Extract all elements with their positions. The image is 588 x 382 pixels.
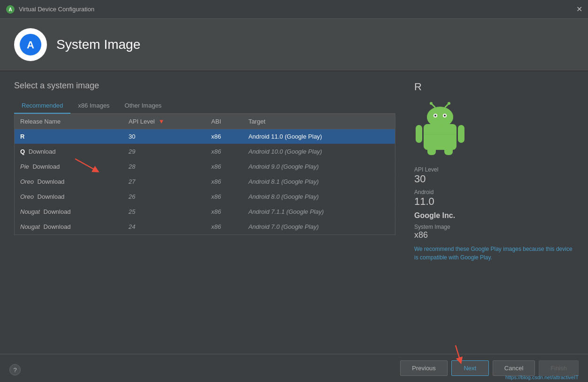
tab-x86images[interactable]: x86 Images xyxy=(70,98,117,114)
target-cell: Android 10.0 (Google Play) xyxy=(243,144,395,159)
abi-cell: x86 xyxy=(206,219,243,234)
system-image-label: System Image xyxy=(414,224,574,230)
table-header-row: Release Name API Level ▼ ABI Target xyxy=(15,114,395,129)
footer: Previous Next Cancel Finish https://blog… xyxy=(0,354,588,382)
release-name-cell: Q Download xyxy=(15,144,123,159)
svg-rect-4 xyxy=(424,124,456,150)
target-cell: Android 8.1 (Google Play) xyxy=(243,174,395,189)
abi-cell: x86 xyxy=(206,144,243,159)
download-link-oreo2[interactable]: Download xyxy=(38,193,65,200)
recommendation-text: We recommend these Google Play images be… xyxy=(414,245,574,262)
svg-rect-16 xyxy=(427,147,436,155)
col-target: Target xyxy=(243,114,395,129)
release-name-cell: Oreo Download xyxy=(15,189,123,204)
svg-point-5 xyxy=(427,107,453,127)
abi-cell: x86 xyxy=(206,159,243,174)
target-cell: Android 9.0 (Google Play) xyxy=(243,159,395,174)
target-cell: Android 7.1.1 (Google Play) xyxy=(243,204,395,219)
table-row[interactable]: Nougat Download 25 x86 Android 7.1.1 (Go… xyxy=(15,204,395,219)
section-title: Select a system image xyxy=(14,81,395,91)
android-version-block: Android 11.0 xyxy=(414,189,574,208)
abi-cell: x86 xyxy=(206,189,243,204)
system-image-table: Release Name API Level ▼ ABI Target xyxy=(14,114,395,235)
col-abi: ABI xyxy=(206,114,243,129)
svg-rect-14 xyxy=(416,125,422,143)
abi-cell: x86 xyxy=(206,129,243,144)
api-level-label: API Level xyxy=(414,166,574,173)
api-level-cell: 29 xyxy=(123,144,206,159)
target-cell: Android 11.0 (Google Play) xyxy=(243,129,395,144)
tab-recommended[interactable]: Recommended xyxy=(14,98,70,114)
release-name-cell: Oreo Download xyxy=(15,174,123,189)
api-level-value: 30 xyxy=(414,173,426,185)
svg-rect-15 xyxy=(458,125,464,143)
table-row[interactable]: Q Download 29 x86 Android 10.0 (Google P… xyxy=(15,144,395,159)
android-robot-image xyxy=(414,101,466,157)
header-title: System Image xyxy=(56,37,140,52)
api-level-cell: 25 xyxy=(123,204,206,219)
title-bar-text: Virtual Device Configuration xyxy=(19,6,94,13)
svg-text:A: A xyxy=(8,7,12,12)
release-name-cell: Nougat Download xyxy=(15,204,123,219)
svg-point-12 xyxy=(430,102,433,105)
android-value: 11.0 xyxy=(414,195,434,207)
android-studio-icon: A xyxy=(6,5,15,14)
download-link-pie[interactable]: Download xyxy=(32,163,60,170)
download-link-q[interactable]: Download xyxy=(29,148,56,155)
title-bar: A Virtual Device Configuration ✕ xyxy=(0,0,588,19)
api-level-cell: 26 xyxy=(123,189,206,204)
svg-rect-17 xyxy=(444,147,453,155)
sort-arrow-icon: ▼ xyxy=(158,118,164,125)
api-level-cell: 27 xyxy=(123,174,206,189)
selected-image-title: R xyxy=(414,81,574,93)
left-panel: Select a system image Recommended x86 Im… xyxy=(14,81,395,344)
table-row[interactable]: R 30 x86 Android 11.0 (Google Play) xyxy=(15,129,395,144)
download-link-oreo1[interactable]: Download xyxy=(38,178,65,185)
table-row[interactable]: Oreo Download 26 x86 Android 8.0 (Google… xyxy=(15,189,395,204)
svg-text:A: A xyxy=(27,39,34,51)
header-logo: A xyxy=(14,28,47,61)
close-button[interactable]: ✕ xyxy=(576,6,582,13)
tabs-container: Recommended x86 Images Other Images xyxy=(14,98,395,114)
api-level-cell: 30 xyxy=(123,129,206,144)
release-name-cell: R xyxy=(15,129,123,144)
col-release-name: Release Name xyxy=(15,114,123,129)
target-cell: Android 8.0 (Google Play) xyxy=(243,189,395,204)
api-level-cell: 28 xyxy=(123,159,206,174)
previous-button[interactable]: Previous xyxy=(400,360,448,376)
main-content: Select a system image Recommended x86 Im… xyxy=(0,71,588,354)
svg-point-9 xyxy=(444,115,446,117)
abi-cell: x86 xyxy=(206,174,243,189)
android-studio-logo: A xyxy=(19,33,42,56)
footer-link: https://blog.csdn.net/attractiveIT xyxy=(505,374,579,380)
system-image-value: x86 xyxy=(414,230,428,240)
download-link-nougat2[interactable]: Download xyxy=(44,223,71,230)
next-button[interactable]: Next xyxy=(451,360,489,376)
abi-cell: x86 xyxy=(206,204,243,219)
release-name-cell: Pie Download xyxy=(15,159,123,174)
system-image-block: System Image x86 xyxy=(414,224,574,240)
download-link-nougat1[interactable]: Download xyxy=(44,208,71,215)
tab-otherimages[interactable]: Other Images xyxy=(117,98,169,114)
header-section: A System Image xyxy=(0,19,588,71)
table-row[interactable]: Pie Download 28 x86 Android 9.0 (Google … xyxy=(15,159,395,174)
right-panel: R xyxy=(405,81,574,344)
android-robot-container xyxy=(414,101,574,157)
cancel-button[interactable]: Cancel xyxy=(493,360,535,376)
vendor-label: Google Inc. xyxy=(414,211,574,220)
col-api-level[interactable]: API Level ▼ xyxy=(123,114,206,129)
api-level-cell: 24 xyxy=(123,219,206,234)
release-name-cell: Nougat Download xyxy=(15,219,123,234)
table-row[interactable]: Oreo Download 27 x86 Android 8.1 (Google… xyxy=(15,174,395,189)
target-cell: Android 7.0 (Google Play) xyxy=(243,219,395,234)
svg-point-8 xyxy=(434,115,436,117)
android-label: Android xyxy=(414,189,574,195)
api-level-block: API Level 30 xyxy=(414,166,574,185)
table-row[interactable]: Nougat Download 24 x86 Android 7.0 (Goog… xyxy=(15,219,395,234)
finish-button[interactable]: Finish xyxy=(539,360,579,376)
help-button[interactable]: ? xyxy=(9,364,21,375)
svg-point-13 xyxy=(448,102,450,105)
